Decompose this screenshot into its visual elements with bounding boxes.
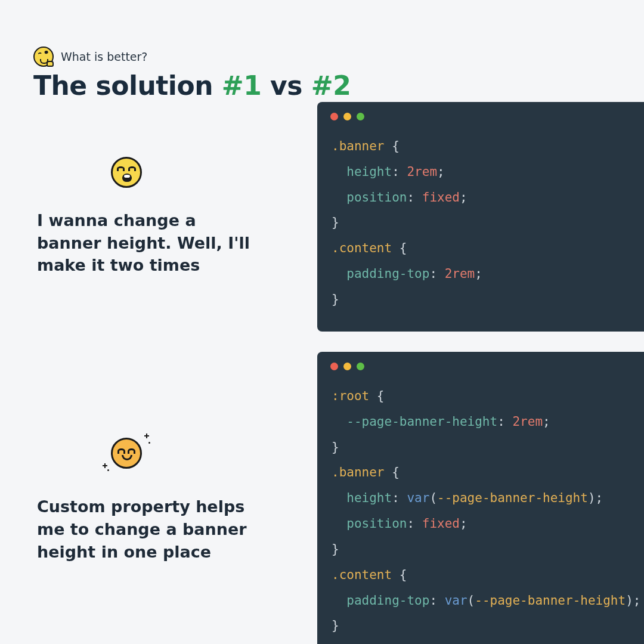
min-dot-icon (343, 113, 351, 120)
code-block-1: .banner { height: 2rem; position: fixed;… (317, 120, 644, 327)
row1-caption: I wanna change a banner height. Well, I'… (37, 209, 252, 277)
max-dot-icon (357, 363, 364, 370)
happy-emoji-icon (103, 432, 150, 474)
title-vs: vs (261, 70, 311, 101)
close-dot-icon (330, 363, 338, 370)
window-controls-icon (317, 102, 644, 120)
title-num1: #1 (222, 70, 261, 101)
row1-left: I wanna change a banner height. Well, I'… (0, 102, 317, 332)
code-panel-2: :root { --page-banner-height: 2rem; } .b… (317, 352, 644, 644)
title-num2: #2 (311, 70, 351, 101)
title-prefix: The solution (33, 70, 222, 101)
thinking-emoji-icon (33, 47, 54, 67)
kicker-text: What is better? (61, 50, 147, 63)
min-dot-icon (343, 363, 351, 370)
row2-caption: Custom property helps me to change a ban… (37, 496, 252, 563)
max-dot-icon (357, 113, 364, 120)
code-panel-1: .banner { height: 2rem; position: fixed;… (317, 102, 644, 332)
code-block-2: :root { --page-banner-height: 2rem; } .b… (317, 370, 644, 644)
window-controls-icon (317, 352, 644, 370)
close-dot-icon (330, 113, 338, 120)
row2-left: Custom property helps me to change a ban… (0, 352, 317, 644)
tired-emoji-icon (111, 157, 142, 188)
page-title: The solution #1 vs #2 (33, 70, 351, 101)
kicker: What is better? (33, 47, 147, 67)
